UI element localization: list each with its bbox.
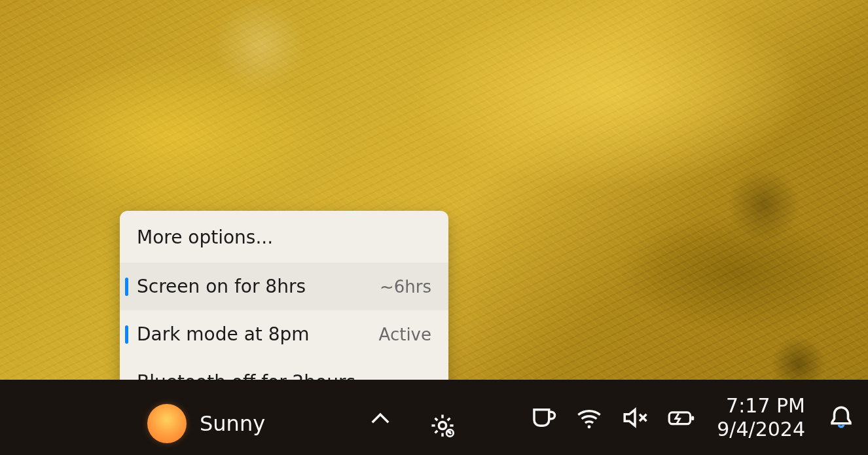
weather-widget[interactable]: Sunny (147, 404, 265, 443)
settings-icon[interactable] (429, 412, 456, 439)
caffeine-icon[interactable] (530, 404, 557, 431)
system-tray: 7:17 PM 9/4/2024 (530, 380, 855, 455)
wifi-icon[interactable] (575, 404, 603, 431)
show-hidden-icons-button[interactable] (367, 405, 394, 433)
desktop: More options... Screen on for 8hrs ~6hrs… (0, 0, 868, 455)
flyout-header-label: More options... (137, 227, 273, 248)
flyout-more-options[interactable]: More options... (120, 211, 448, 263)
sun-icon (147, 404, 187, 443)
weather-condition: Sunny (200, 411, 265, 436)
svg-point-0 (439, 422, 446, 429)
battery-charging-icon[interactable] (667, 404, 695, 431)
svg-rect-6 (691, 416, 694, 420)
taskbar: Sunny (0, 380, 868, 455)
quick-settings-flyout: More options... Screen on for 8hrs ~6hrs… (120, 211, 448, 406)
svg-point-2 (588, 425, 591, 428)
flyout-item-label: Dark mode at 8pm (137, 323, 310, 345)
notifications-icon[interactable] (827, 404, 855, 431)
flyout-item-dark-mode[interactable]: Dark mode at 8pm Active (120, 310, 448, 358)
accent-indicator (125, 278, 128, 296)
clock-date-text: 9/4/2024 (717, 418, 805, 441)
flyout-item-status: Active (379, 325, 431, 344)
clock-date[interactable]: 7:17 PM 9/4/2024 (713, 394, 809, 441)
accent-indicator (125, 325, 128, 344)
flyout-item-status: ~6hrs (380, 277, 431, 297)
volume-muted-icon[interactable] (621, 404, 649, 431)
flyout-item-label: Screen on for 8hrs (137, 276, 306, 297)
flyout-item-screen-on[interactable]: Screen on for 8hrs ~6hrs (120, 263, 448, 310)
clock-time: 7:17 PM (726, 394, 805, 418)
